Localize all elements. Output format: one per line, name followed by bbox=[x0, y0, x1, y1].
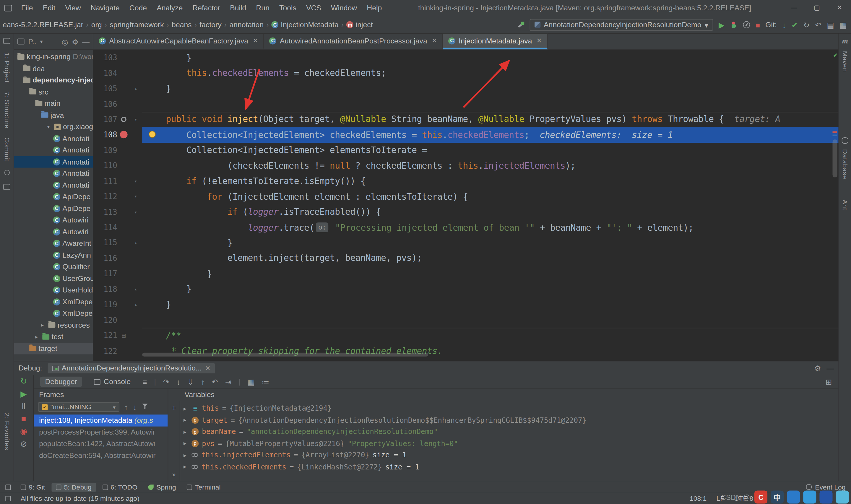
frame-row[interactable]: populateBean:1422, AbstractAutowi bbox=[34, 438, 168, 449]
gutter[interactable]: 111▾ bbox=[93, 174, 142, 189]
editor-hscrollbar[interactable] bbox=[142, 353, 428, 357]
toolwindow-button-database[interactable]: Database bbox=[841, 149, 849, 179]
evaluate-expression-icon[interactable]: ▦ bbox=[247, 378, 254, 385]
gutter[interactable]: 115▴ bbox=[93, 235, 142, 251]
tree-item-xmldepe[interactable]: CXmlDepe bbox=[14, 308, 93, 319]
expand-icon[interactable]: ▶ bbox=[183, 441, 188, 446]
close-icon[interactable]: ✕ bbox=[253, 37, 258, 44]
tree-item-annotati[interactable]: CAnnotati bbox=[14, 133, 93, 144]
menu-item-build[interactable]: Build bbox=[225, 0, 251, 16]
toolwindow-button-ant[interactable]: Ant bbox=[841, 200, 849, 210]
menu-item-tools[interactable]: Tools bbox=[274, 0, 301, 16]
chevron-down-icon[interactable]: ▾ bbox=[47, 124, 52, 129]
layout-icon[interactable]: ▤ bbox=[827, 21, 834, 29]
tree-item-annotati[interactable]: CAnnotati bbox=[14, 168, 93, 179]
gutter[interactable]: 122 bbox=[93, 343, 142, 358]
history-icon[interactable]: ↻ bbox=[803, 21, 810, 29]
gear-icon[interactable]: ⚙ bbox=[72, 37, 78, 46]
editor-tab[interactable]: CAutowiredAnnotationBeanPostProcessor.ja… bbox=[264, 34, 443, 49]
chevron-right-icon[interactable]: ▸ bbox=[35, 334, 40, 339]
commit-icon[interactable]: ✔ bbox=[792, 21, 798, 29]
menu-item-edit[interactable]: Edit bbox=[38, 0, 60, 16]
toolwindow-switcher-icon[interactable] bbox=[5, 484, 11, 489]
minimize-button[interactable]: — bbox=[783, 0, 805, 16]
tab-debugger[interactable]: Debugger bbox=[40, 377, 82, 387]
method-marker-icon[interactable] bbox=[121, 117, 126, 122]
tree-item-target[interactable]: target bbox=[14, 343, 93, 354]
breadcrumb-item[interactable]: org bbox=[90, 21, 104, 29]
hide-icon[interactable]: — bbox=[827, 364, 834, 372]
gear-icon[interactable]: ⚙ bbox=[814, 364, 821, 372]
doc-icon[interactable]: ▤ bbox=[122, 332, 126, 339]
menu-item-window[interactable]: Window bbox=[326, 0, 362, 16]
bookmark-icon[interactable] bbox=[4, 170, 10, 175]
update-project-icon[interactable]: ↓ bbox=[782, 21, 786, 29]
run-icon[interactable]: ▶ bbox=[719, 21, 725, 29]
editor-tab[interactable]: CAbstractAutowireCapableBeanFactory.java… bbox=[93, 34, 264, 49]
menu-item-help[interactable]: Help bbox=[362, 0, 387, 16]
expand-icon[interactable]: ▶ bbox=[183, 429, 188, 434]
close-icon[interactable]: ✕ bbox=[536, 37, 542, 44]
fold-up-icon[interactable]: ▴ bbox=[130, 302, 141, 307]
rerun-icon[interactable]: ↻ bbox=[20, 378, 27, 385]
chevron-down-icon[interactable]: ▾ bbox=[40, 38, 42, 44]
gutter[interactable]: 103 bbox=[93, 50, 142, 65]
frame-row[interactable]: postProcessProperties:399, Autowir bbox=[34, 426, 168, 438]
tab-console[interactable]: Console bbox=[89, 377, 135, 387]
event-log-button[interactable]: Event Log bbox=[806, 483, 846, 491]
debug-session-tab[interactable]: AnnotationDependencyInjectionResolutio..… bbox=[48, 363, 215, 374]
thread-selector[interactable]: ✓ "mai...NNING ▾ bbox=[38, 402, 120, 412]
variable-row[interactable]: ▶pbeanName = "annotationDependencyInject… bbox=[183, 426, 838, 437]
fold-up-icon[interactable]: ▴ bbox=[130, 240, 141, 246]
menu-item-view[interactable]: View bbox=[60, 0, 86, 16]
tree-item-test[interactable]: ▸test bbox=[14, 331, 93, 342]
toolwindow-button-terminal[interactable]: Terminal bbox=[183, 483, 225, 491]
frame-up-icon[interactable]: ↑ bbox=[124, 403, 128, 411]
tree-item-xmldepe[interactable]: CXmlDepe bbox=[14, 296, 93, 308]
toolwindow-button-structure[interactable]: 7: Structure bbox=[3, 92, 11, 128]
gutter[interactable]: 117 bbox=[93, 266, 142, 281]
debug-icon[interactable] bbox=[730, 21, 738, 29]
mute-breakpoints-icon[interactable]: ⊘ bbox=[20, 440, 27, 448]
tree-item-lazyann[interactable]: CLazyAnn bbox=[14, 249, 93, 261]
tree-item-java[interactable]: java bbox=[14, 109, 93, 121]
vscroll-thumb[interactable] bbox=[832, 140, 837, 178]
menu-item-code[interactable]: Code bbox=[124, 0, 151, 16]
menu-item-vcs[interactable]: VCS bbox=[301, 0, 326, 16]
gutter[interactable]: 104 bbox=[93, 65, 142, 80]
fold-down-icon[interactable]: ▾ bbox=[130, 178, 141, 184]
editor[interactable]: 103 }104 this.checkedElements = checkedE… bbox=[93, 50, 838, 361]
maximize-button[interactable]: ▢ bbox=[805, 0, 828, 16]
tree-item-resources[interactable]: ▸resources bbox=[14, 319, 93, 331]
caret-position[interactable]: 108:1 bbox=[690, 495, 707, 503]
gutter[interactable]: 121▤ bbox=[93, 328, 142, 343]
fold-down-icon[interactable]: ▾ bbox=[130, 194, 141, 199]
hide-windows-icon[interactable]: ▦ bbox=[839, 21, 847, 29]
more-icon[interactable]: » bbox=[172, 471, 176, 479]
build-icon[interactable] bbox=[517, 21, 524, 29]
editor-tab[interactable]: CInjectionMetadata.java✕ bbox=[443, 34, 548, 49]
breadcrumb-item[interactable]: eans-5.2.2.RELEASE.jar bbox=[1, 21, 85, 29]
gutter[interactable]: 105▴ bbox=[93, 80, 142, 96]
tree-item-apidepe[interactable]: CApiDepe bbox=[14, 203, 93, 214]
resume-icon[interactable]: ▶ bbox=[20, 390, 26, 398]
breadcrumb-item[interactable]: annotation bbox=[228, 21, 265, 29]
fold-down-icon[interactable]: ▾ bbox=[130, 209, 141, 215]
toolwindow-button-project[interactable]: 1: Project bbox=[3, 53, 11, 83]
tree-item-usergrou[interactable]: CUserGrou bbox=[14, 273, 93, 284]
expand-icon[interactable]: ▶ bbox=[183, 464, 188, 469]
menu-item-analyze[interactable]: Analyze bbox=[152, 0, 188, 16]
drop-frame-icon[interactable]: ↶ bbox=[212, 378, 218, 385]
gutter[interactable]: 109 bbox=[93, 142, 142, 158]
add-watch-icon[interactable]: + bbox=[172, 403, 176, 412]
settings-menu-icon[interactable]: ≡ bbox=[143, 378, 147, 385]
filter-icon[interactable] bbox=[142, 403, 148, 411]
gutter[interactable]: 119▴ bbox=[93, 297, 142, 312]
locate-icon[interactable]: ◎ bbox=[62, 37, 68, 46]
gutter[interactable]: 114 bbox=[93, 220, 142, 235]
menu-item-navigate[interactable]: Navigate bbox=[86, 0, 124, 16]
variable-row[interactable]: ▶ptarget = {AnnotationDependencyInjectio… bbox=[183, 414, 838, 426]
tree-item-qualifier[interactable]: CQualifier bbox=[14, 261, 93, 272]
stop-icon[interactable]: ■ bbox=[755, 21, 760, 29]
menu-item-refactor[interactable]: Refactor bbox=[188, 0, 225, 16]
